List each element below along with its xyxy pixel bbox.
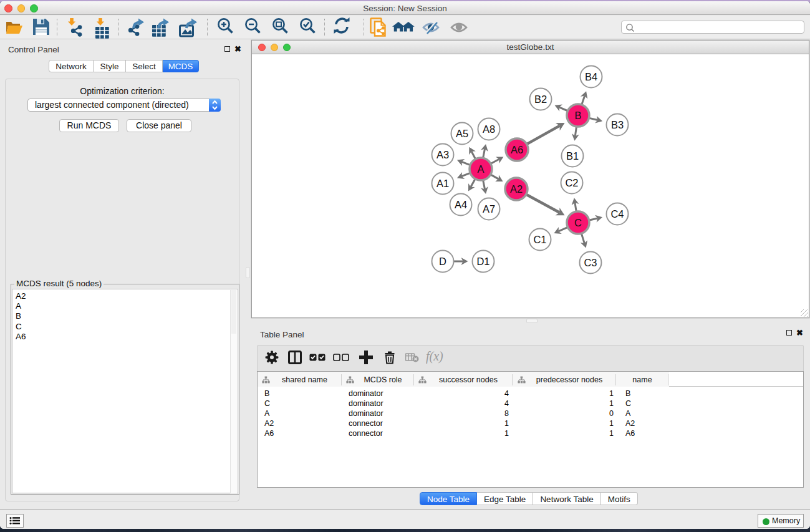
svg-text:D1: D1 (476, 256, 489, 267)
svg-text:C2: C2 (565, 177, 578, 188)
svg-text:A3: A3 (436, 149, 449, 160)
svg-text:A8: A8 (483, 123, 495, 135)
svg-text:A7: A7 (483, 203, 495, 215)
svg-text:A: A (477, 163, 484, 175)
svg-text:D: D (439, 256, 446, 267)
svg-text:A6: A6 (511, 144, 523, 155)
svg-text:C1: C1 (533, 234, 546, 245)
svg-text:B: B (574, 110, 581, 121)
svg-text:A1: A1 (436, 178, 449, 189)
svg-text:C: C (574, 217, 582, 228)
svg-text:A5: A5 (456, 128, 468, 139)
svg-text:B2: B2 (534, 94, 547, 105)
svg-text:C4: C4 (610, 208, 624, 220)
svg-text:C3: C3 (584, 257, 597, 268)
svg-text:B4: B4 (585, 71, 597, 82)
svg-text:B3: B3 (611, 119, 624, 130)
svg-text:A4: A4 (455, 199, 467, 210)
svg-text:f(x): f(x) (426, 351, 443, 364)
svg-text:A2: A2 (510, 183, 523, 195)
svg-text:B1: B1 (566, 150, 579, 162)
